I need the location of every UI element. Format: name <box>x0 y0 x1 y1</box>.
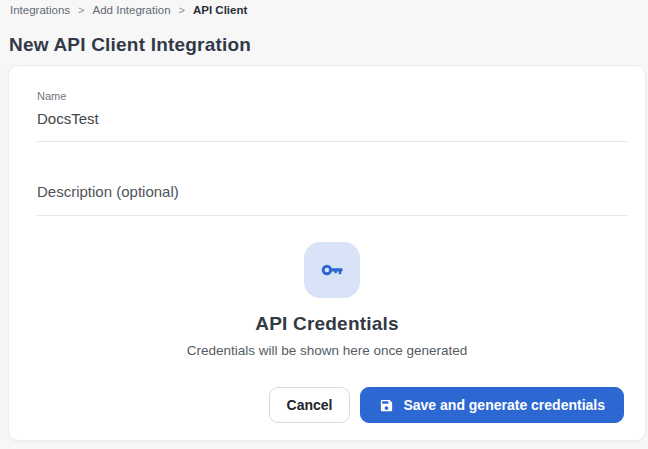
cancel-button-label: Cancel <box>287 397 333 413</box>
cancel-button[interactable]: Cancel <box>269 387 351 423</box>
breadcrumb-item-api-client: API Client <box>193 4 247 16</box>
action-buttons: Cancel Save and generate credentials <box>269 387 624 423</box>
breadcrumb: Integrations > Add Integration > API Cli… <box>10 4 247 16</box>
name-field-label: Name <box>37 90 66 102</box>
credentials-subtitle: Credentials will be shown here once gene… <box>9 343 645 358</box>
breadcrumb-item-integrations[interactable]: Integrations <box>10 4 70 16</box>
save-icon <box>379 398 394 413</box>
breadcrumb-separator-icon: > <box>78 4 84 16</box>
integration-form-card: Name API Credentials Credentials will be… <box>8 65 646 441</box>
page-title: New API Client Integration <box>9 34 251 56</box>
key-icon <box>319 257 345 283</box>
breadcrumb-separator-icon: > <box>179 4 185 16</box>
breadcrumb-item-add-integration[interactable]: Add Integration <box>93 4 171 16</box>
description-input[interactable] <box>37 180 627 216</box>
save-button-label: Save and generate credentials <box>403 397 605 413</box>
save-and-generate-credentials-button[interactable]: Save and generate credentials <box>360 387 624 423</box>
key-icon-badge <box>304 242 360 298</box>
credentials-heading: API Credentials <box>9 313 645 335</box>
name-input[interactable] <box>37 108 627 142</box>
